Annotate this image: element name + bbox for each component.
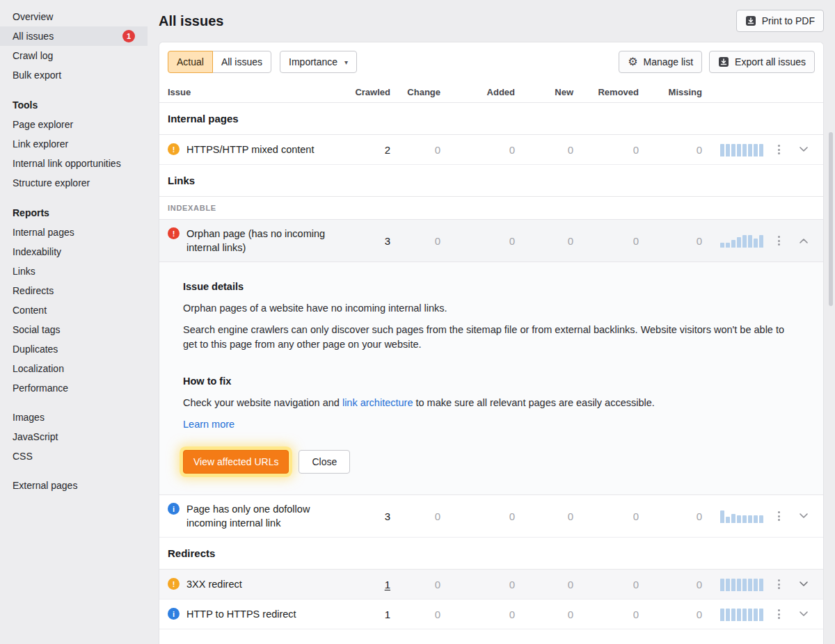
issue-row-orphan-page[interactable]: Orphan page (has no incoming internal li… [159, 220, 823, 262]
chevron-down-icon[interactable] [797, 609, 811, 620]
fix-text: Check your website navigation and [183, 397, 342, 408]
main-content: All issues Print to PDF Actual All issue… [148, 0, 835, 644]
sidebar-item-label: Duplicates [13, 339, 58, 359]
issue-row-https-http-mixed-content[interactable]: HTTPS/HTTP mixed content 2 0 0 0 0 0 [159, 135, 823, 165]
sidebar: Overview All issues 1 Crawl log Bulk exp… [0, 0, 148, 644]
warning-icon [168, 578, 180, 590]
sidebar-item-internal-link-opportunities[interactable]: Internal link opportunities [0, 154, 148, 173]
row-menu-icon[interactable] [775, 606, 783, 622]
toolbar-right: ⚙ Manage list Export all issues [619, 51, 815, 73]
chevron-up-icon[interactable] [797, 235, 811, 246]
view-affected-urls-button[interactable]: View affected URLs [183, 450, 289, 474]
row-menu-icon[interactable] [775, 577, 783, 592]
info-icon [168, 503, 180, 515]
missing-value: 0 [639, 144, 702, 156]
issues-count-badge: 1 [122, 30, 135, 42]
sidebar-item-label: Images [13, 408, 45, 427]
sidebar-item-label: Structure explorer [13, 173, 90, 193]
sidebar-item-images[interactable]: Images [0, 408, 148, 427]
row-menu-icon[interactable] [775, 233, 783, 248]
added-value: 0 [440, 235, 515, 247]
sidebar-item-bulk-export[interactable]: Bulk export [0, 65, 148, 85]
removed-value: 0 [573, 609, 639, 620]
sidebar-item-crawl-log[interactable]: Crawl log [0, 46, 148, 65]
sidebar-item-javascript[interactable]: JavaScript [0, 427, 148, 446]
sidebar-item-css[interactable]: CSS [0, 446, 148, 466]
chevron-down-icon[interactable] [797, 144, 811, 155]
column-header-issue: Issue [168, 87, 342, 97]
trend-sparkline [720, 234, 763, 248]
warning-icon [168, 143, 180, 155]
sidebar-item-localization[interactable]: Localization [0, 359, 148, 378]
importance-dropdown[interactable]: Importance ▾ [280, 51, 357, 73]
missing-value: 0 [639, 609, 702, 620]
sidebar-item-label: Overview [13, 7, 53, 26]
issue-label: HTTPS/HTTP mixed content [186, 143, 314, 156]
tab-actual[interactable]: Actual [168, 51, 213, 73]
sidebar-item-page-explorer[interactable]: Page explorer [0, 115, 148, 134]
learn-more-link[interactable]: Learn more [183, 419, 234, 430]
view-segmented-control: Actual All issues [168, 51, 271, 73]
trend-sparkline [720, 607, 763, 621]
sidebar-item-label: External pages [13, 476, 77, 495]
scrollbar-thumb[interactable] [829, 132, 833, 306]
sidebar-item-link-explorer[interactable]: Link explorer [0, 134, 148, 154]
tab-all-issues[interactable]: All issues [212, 51, 271, 73]
section-header-internal-pages: Internal pages [159, 103, 823, 135]
issue-row-http-to-https-redirect[interactable]: HTTP to HTTPS redirect 1 0 0 0 0 0 [159, 599, 823, 629]
issue-label: 3XX redirect [186, 577, 242, 591]
export-all-issues-label: Export all issues [735, 56, 806, 67]
sidebar-item-label: CSS [13, 446, 33, 466]
sidebar-item-external-pages[interactable]: External pages [0, 476, 148, 495]
sidebar-group-gap [0, 466, 148, 476]
how-to-fix-heading: How to fix [183, 376, 800, 387]
sidebar-item-social-tags[interactable]: Social tags [0, 320, 148, 339]
issue-detail-panel: Issue details Orphan pages of a website … [159, 262, 823, 495]
row-menu-icon[interactable] [775, 508, 783, 524]
link-architecture-link[interactable]: link architecture [342, 397, 413, 408]
trend-sparkline [720, 143, 763, 156]
crawled-value: 3 [342, 510, 390, 522]
sidebar-item-all-issues[interactable]: All issues 1 [0, 26, 148, 46]
chevron-down-icon[interactable] [797, 579, 811, 590]
sidebar-item-redirects[interactable]: Redirects [0, 281, 148, 300]
sidebar-item-label: JavaScript [13, 427, 58, 446]
column-header-added: Added [440, 87, 515, 97]
fix-text: to make sure all relevant pages are easi… [413, 397, 654, 408]
importance-label: Importance [289, 56, 337, 67]
print-pdf-icon [745, 15, 756, 26]
sidebar-item-label: Indexability [13, 242, 61, 261]
column-header-missing: Missing [639, 87, 702, 97]
trend-sparkline [720, 577, 763, 591]
manage-list-label: Manage list [643, 56, 693, 67]
issue-row-one-dofollow-link[interactable]: Page has only one dofollow incoming inte… [159, 495, 823, 538]
sidebar-item-indexability[interactable]: Indexability [0, 242, 148, 261]
sidebar-item-label: Internal pages [13, 223, 74, 242]
sidebar-item-links[interactable]: Links [0, 261, 148, 281]
crawled-value-link[interactable]: 1 [385, 579, 390, 590]
how-to-fix-paragraph: Check your website navigation and link a… [183, 396, 800, 410]
new-value: 0 [515, 235, 573, 247]
crawled-value: 1 [342, 609, 390, 620]
sidebar-item-content[interactable]: Content [0, 300, 148, 320]
tab-actual-label: Actual [177, 56, 204, 67]
close-button[interactable]: Close [299, 450, 350, 474]
row-menu-icon[interactable] [775, 142, 783, 157]
sidebar-item-duplicates[interactable]: Duplicates [0, 339, 148, 359]
chevron-down-icon[interactable] [797, 510, 811, 522]
sidebar-item-internal-pages[interactable]: Internal pages [0, 223, 148, 242]
column-header-removed: Removed [573, 87, 639, 97]
print-to-pdf-button[interactable]: Print to PDF [736, 10, 824, 32]
change-value: 0 [390, 235, 440, 247]
export-all-issues-button[interactable]: Export all issues [709, 51, 815, 73]
sidebar-item-overview[interactable]: Overview [0, 7, 148, 26]
issue-label: Page has only one dofollow incoming inte… [186, 502, 335, 530]
chevron-down-icon: ▾ [344, 58, 348, 66]
manage-list-button[interactable]: ⚙ Manage list [619, 51, 702, 73]
sidebar-item-structure-explorer[interactable]: Structure explorer [0, 173, 148, 193]
panel-actions: View affected URLs Close [183, 450, 800, 474]
sidebar-item-label: Localization [13, 359, 64, 378]
sidebar-item-performance[interactable]: Performance [0, 378, 148, 398]
sidebar-item-label: Content [13, 300, 47, 320]
issue-row-3xx-redirect[interactable]: 3XX redirect 1 0 0 0 0 0 [159, 570, 823, 599]
